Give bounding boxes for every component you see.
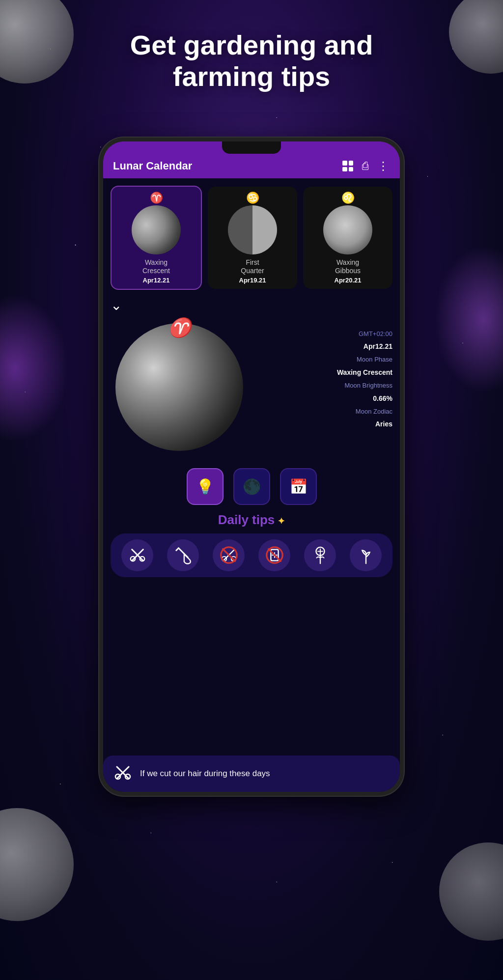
tip-scissors-button[interactable] [121,539,153,571]
no-scissors-icon [220,546,238,564]
daily-tips-star: ✦ [278,516,285,526]
daily-tips-label: Daily tips✦ [103,510,400,533]
phase-card-waxing-gibbous[interactable]: ♌ WaxingGibbous Apr20.21 [303,187,392,289]
zodiac-value-line: Aries [253,419,392,429]
nav-tips-button[interactable]: 💡 [187,468,224,505]
phone-side-button [402,338,404,377]
main-moon-section: ♈ GMT+02:00 Apr12.21 Moon Phase Waxing C… [103,313,400,461]
phase-name-2: FirstQuarter [241,258,264,275]
shovel-icon [174,546,193,564]
tip-no-scissors-button[interactable] [213,539,245,571]
tip-no-razor-button[interactable] [258,539,290,571]
moon-image-waxing-gibbous [323,205,372,254]
zodiac-label: Moon Zodiac [356,408,392,415]
moon-info-panel: GMT+02:00 Apr12.21 Moon Phase Waxing Cre… [253,318,392,432]
grid-cell-2 [349,161,354,166]
phase-date-3: Apr20.21 [335,277,362,284]
grid-cell-3 [342,167,347,172]
scissors-icon [128,546,147,564]
zodiac-aries-1: ♈ [150,192,163,204]
tip-bar-icon-wrap [113,763,133,784]
nav-moon-button[interactable]: 🌑 [233,468,270,505]
brightness-label: Moon Brightness [344,382,392,389]
phone-notch [222,141,281,154]
phone-device: Lunar Calendar ⎙ ⋮ ♈ WaxingCrescent Apr1… [99,138,404,796]
no-razor-icon [265,546,284,564]
moon-image-first-quarter [228,205,277,254]
timezone-value: GMT+02:00 [359,330,392,337]
tips-icons-row [111,533,392,577]
timezone-line: GMT+02:00 [253,328,392,339]
moon-image-waxing-crescent [132,205,181,254]
tip-plant-button[interactable] [304,539,336,571]
daily-tips-text: Daily tips [218,512,275,527]
app-content: ♈ WaxingCrescent Apr12.21 ♋ FirstQuarter… [103,178,400,792]
calendar-icon: 📅 [289,478,307,495]
app-title: Lunar Calendar [113,160,342,172]
phase-date-2: Apr19.21 [239,277,266,284]
share-icon[interactable]: ⎙ [362,160,368,172]
headline-line2: farming tips [29,61,474,92]
chevron-row: ⌄ [103,297,400,313]
grid-cell-4 [349,167,354,172]
zodiac-cancer: ♋ [246,192,259,204]
main-moon-aries-symbol: ♈ [168,318,191,337]
sprout-icon [357,546,375,564]
brightness-value: 0.66% [373,394,392,402]
brightness-label-line: Moon Brightness [253,380,392,391]
zodiac-value: Aries [375,420,392,428]
phase-date-1: Apr12.21 [143,277,170,284]
svg-line-5 [176,548,178,551]
grid-icon[interactable] [342,161,353,171]
brightness-value-line: 0.66% [253,393,392,404]
moon-detail-icon: 🌑 [243,478,261,495]
phase-cards-row: ♈ WaxingCrescent Apr12.21 ♋ FirstQuarter… [103,178,400,297]
zodiac-label-line: Moon Zodiac [253,406,392,417]
date-line: Apr12.21 [253,341,392,352]
tip-sprout-button[interactable] [350,539,382,571]
tip-shovel-button[interactable] [167,539,199,571]
tip-bar-scissors-icon [113,763,133,783]
date-value: Apr12.21 [363,342,392,350]
headline: Get gardening and farming tips [0,29,503,93]
expand-chevron[interactable]: ⌄ [111,297,122,313]
phase-value: Waxing Crescent [337,368,392,376]
tip-bar: If we cut our hair during these days [103,756,400,792]
phase-name-3: WaxingGibbous [335,258,361,275]
zodiac-leo: ♌ [341,192,355,204]
phase-label-line: Moon Phase [253,354,392,364]
bottom-nav: 💡 🌑 📅 [103,461,400,510]
tip-bar-text: If we cut our hair during these days [140,768,270,779]
nav-calendar-button[interactable]: 📅 [280,468,317,505]
phase-card-waxing-crescent[interactable]: ♈ WaxingCrescent Apr12.21 [111,186,202,290]
headline-line1: Get gardening and [29,29,474,61]
more-icon[interactable]: ⋮ [377,159,390,173]
tips-icon: 💡 [196,478,214,495]
header-icons: ⎙ ⋮ [342,159,390,173]
phase-card-first-quarter[interactable]: ♋ FirstQuarter Apr19.21 [208,187,297,289]
phase-value-line: Waxing Crescent [253,367,392,378]
phase-label: Moon Phase [357,356,392,363]
main-moon-container: ♈ [111,318,248,456]
grid-cell-1 [342,161,347,166]
plant-icon [311,546,330,564]
phase-name-1: WaxingCrescent [142,258,170,275]
main-moon-image [115,323,243,451]
